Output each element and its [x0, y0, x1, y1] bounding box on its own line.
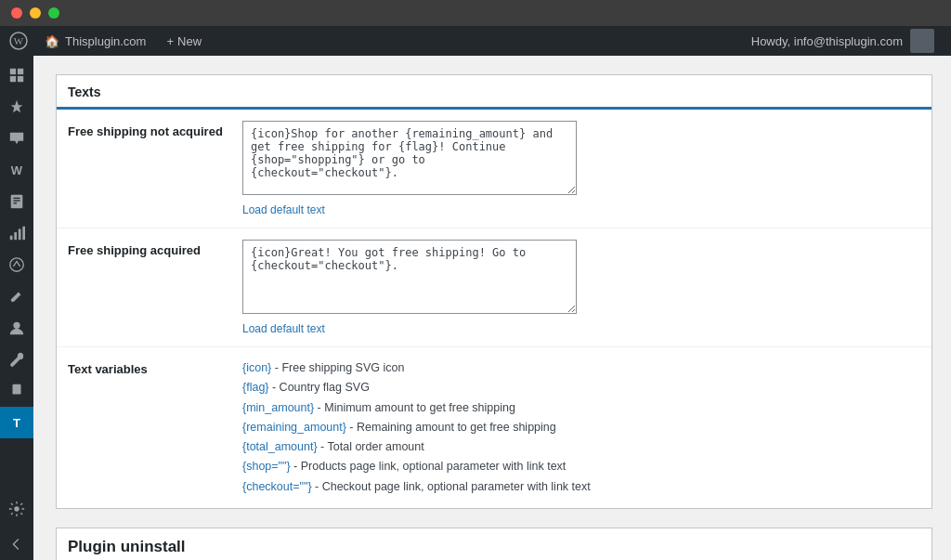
- load-default-not-acquired-link[interactable]: Load default text: [242, 203, 920, 216]
- plus-icon: +: [166, 34, 174, 48]
- plugin-uninstall-section: Plugin uninstall After uninstalling the …: [56, 527, 932, 560]
- free-shipping-not-acquired-label: Free shipping not acquired: [57, 110, 242, 228]
- sidebar-icon-comments[interactable]: [0, 123, 33, 154]
- home-icon: 🏠: [45, 34, 59, 48]
- variable-name: {shop=""}: [242, 460, 291, 473]
- variable-name: {min_amount}: [242, 401, 314, 414]
- avatar: [910, 29, 934, 53]
- main-content: Texts Free shipping not acquired {icon}S…: [33, 56, 951, 560]
- sidebar-icon-users[interactable]: [0, 312, 33, 344]
- variable-description: - Remaining amount to get free shipping: [346, 421, 556, 434]
- free-shipping-not-acquired-field-cell: {icon}Shop for another {remaining_amount…: [242, 110, 931, 228]
- free-shipping-acquired-row: Free shipping acquired {icon}Great! You …: [57, 228, 931, 347]
- sidebar-icon-marketing[interactable]: [0, 249, 33, 280]
- sidebar-icon-dashboard[interactable]: [0, 59, 33, 91]
- texts-section-header: Texts: [57, 75, 931, 110]
- svg-point-17: [14, 506, 19, 511]
- howdy-text: Howdy, info@thisplugin.com: [751, 34, 903, 48]
- texts-form-table: Free shipping not acquired {icon}Shop fo…: [57, 110, 931, 508]
- minimize-btn[interactable]: [30, 7, 41, 19]
- variable-description: - Total order amount: [318, 440, 424, 453]
- text-variable-item: {checkout=""} - Checkout page link, opti…: [242, 477, 920, 497]
- variable-name: {flag}: [242, 381, 269, 394]
- uninstall-header: Plugin uninstall: [57, 528, 931, 560]
- sidebar: W T: [0, 56, 33, 560]
- user-greeting[interactable]: Howdy, info@thisplugin.com: [740, 26, 951, 56]
- sidebar-icon-edit[interactable]: [0, 280, 33, 312]
- site-name-text: Thisplugin.com: [65, 34, 146, 48]
- variable-description: - Products page link, optional parameter…: [291, 460, 567, 473]
- sidebar-icon-plugin-active[interactable]: T: [0, 407, 33, 438]
- texts-section-title: Texts: [68, 85, 920, 99]
- sidebar-icon-analytics[interactable]: [0, 217, 33, 249]
- variable-name: {icon}: [242, 361, 271, 374]
- sidebar-icon-plugins[interactable]: [0, 375, 33, 407]
- svg-point-14: [10, 258, 23, 271]
- load-default-acquired-link[interactable]: Load default text: [242, 322, 920, 335]
- svg-rect-10: [10, 236, 13, 241]
- text-variable-item: {remaining_amount} - Remaining amount to…: [242, 418, 920, 437]
- text-variable-item: {flag} - Country flag SVG: [242, 378, 920, 397]
- free-shipping-not-acquired-textarea[interactable]: {icon}Shop for another {remaining_amount…: [242, 121, 577, 195]
- variable-name: {checkout=""}: [242, 480, 312, 493]
- texts-section: Texts Free shipping not acquired {icon}S…: [56, 74, 932, 509]
- main-layout: W T: [0, 56, 951, 560]
- admin-bar: W 🏠 Thisplugin.com + New Howdy, info@thi…: [0, 26, 951, 56]
- text-variables-row: Text variables {icon} - Free shipping SV…: [57, 347, 931, 508]
- free-shipping-acquired-field-cell: {icon}Great! You got free shipping! Go t…: [242, 228, 931, 347]
- svg-rect-11: [14, 232, 17, 240]
- free-shipping-not-acquired-row: Free shipping not acquired {icon}Shop fo…: [57, 110, 931, 228]
- site-name-link[interactable]: 🏠 Thisplugin.com: [33, 26, 157, 56]
- sidebar-icon-collapse[interactable]: [0, 528, 33, 560]
- sidebar-icon-woo[interactable]: W: [0, 154, 33, 186]
- svg-rect-13: [22, 227, 25, 240]
- svg-point-15: [13, 322, 20, 329]
- variable-description: - Free shipping SVG icon: [271, 361, 404, 374]
- new-label: New: [177, 34, 202, 48]
- uninstall-title: Plugin uninstall: [68, 538, 920, 556]
- sidebar-icon-tools[interactable]: [0, 344, 33, 375]
- text-variables-content-cell: {icon} - Free shipping SVG icon{flag} - …: [242, 347, 931, 508]
- free-shipping-acquired-label: Free shipping acquired: [57, 228, 242, 347]
- sidebar-icon-pin[interactable]: [0, 91, 33, 123]
- svg-rect-12: [19, 229, 21, 241]
- text-variable-item: {icon} - Free shipping SVG icon: [242, 358, 920, 378]
- admin-bar-right: Howdy, info@thisplugin.com: [740, 26, 951, 56]
- text-variable-item: {min_amount} - Minimum amount to get fre…: [242, 398, 920, 418]
- svg-rect-2: [10, 69, 16, 74]
- variable-description: - Checkout page link, optional parameter…: [312, 480, 591, 493]
- close-btn[interactable]: [11, 7, 22, 19]
- svg-rect-3: [18, 69, 23, 74]
- svg-rect-5: [18, 76, 23, 82]
- sidebar-icon-posts[interactable]: [0, 186, 33, 217]
- svg-text:W: W: [14, 35, 24, 46]
- window-chrome: [0, 0, 951, 26]
- text-variables-content: {icon} - Free shipping SVG icon{flag} - …: [242, 358, 920, 497]
- svg-rect-16: [13, 384, 21, 395]
- free-shipping-acquired-textarea[interactable]: {icon}Great! You got free shipping! Go t…: [242, 240, 577, 314]
- wp-logo[interactable]: W: [4, 26, 33, 56]
- variable-description: - Minimum amount to get free shipping: [314, 401, 515, 414]
- variable-name: {remaining_amount}: [242, 421, 346, 434]
- svg-rect-6: [11, 195, 23, 208]
- svg-rect-4: [10, 76, 16, 82]
- maximize-btn[interactable]: [48, 7, 59, 19]
- text-variables-label: Text variables: [57, 347, 242, 508]
- sidebar-icon-settings[interactable]: [0, 493, 33, 525]
- variable-description: - Country flag SVG: [269, 381, 370, 394]
- variable-name: {total_amount}: [242, 440, 318, 453]
- text-variable-item: {total_amount} - Total order amount: [242, 437, 920, 457]
- admin-bar-left: W 🏠 Thisplugin.com + New: [4, 26, 740, 56]
- new-content-link[interactable]: + New: [157, 26, 211, 56]
- text-variable-item: {shop=""} - Products page link, optional…: [242, 457, 920, 476]
